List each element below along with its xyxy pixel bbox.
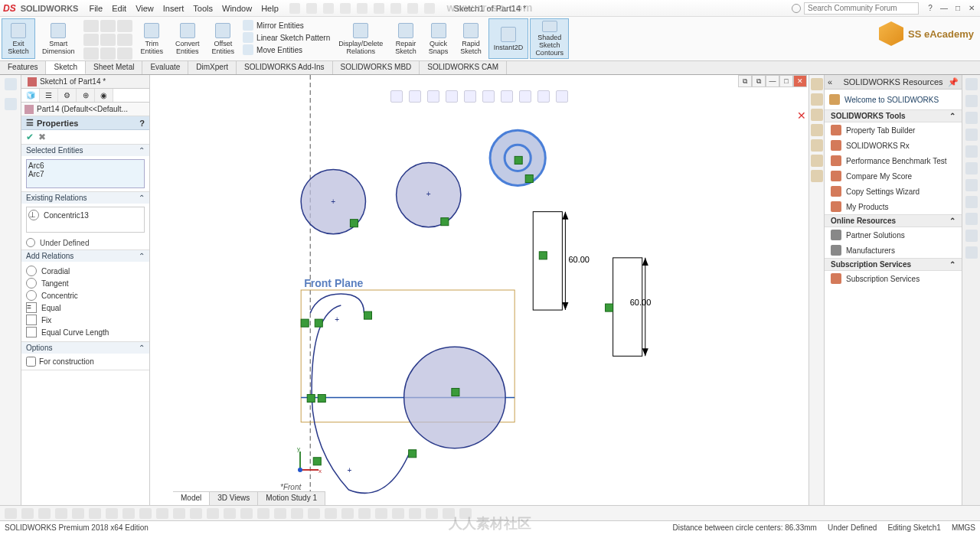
file-explorer-icon[interactable] bbox=[811, 109, 823, 121]
repair-sketch-button[interactable]: Repair Sketch bbox=[390, 18, 422, 59]
tab-sketch[interactable]: Sketch bbox=[46, 61, 86, 74]
trim-entities-button[interactable]: Trim Entities bbox=[136, 18, 169, 59]
tab-mbd[interactable]: SOLIDWORKS MBD bbox=[333, 61, 420, 74]
rapid-sketch-button[interactable]: Rapid Sketch bbox=[455, 18, 487, 59]
menu-file[interactable]: File bbox=[89, 4, 103, 13]
box-icon[interactable] bbox=[55, 508, 67, 519]
welcome-link[interactable]: Welcome to SOLIDWORKS bbox=[825, 90, 962, 109]
b11-icon[interactable] bbox=[240, 508, 253, 519]
b22-icon[interactable] bbox=[426, 508, 438, 519]
mirror-entities-button[interactable]: Mirror Entities bbox=[243, 20, 330, 31]
b10-icon[interactable] bbox=[224, 508, 236, 519]
relation-coradial[interactable]: Coradial bbox=[26, 265, 145, 277]
tool-benchmark[interactable]: Performance Benchmark Test bbox=[825, 153, 962, 168]
graphics-area[interactable]: ⧉ ⧉ — □ ✕ ✕ Front Plane bbox=[150, 75, 808, 505]
help-icon[interactable]: ? bbox=[925, 3, 936, 14]
ok-button[interactable]: ✔ bbox=[26, 132, 34, 142]
side-icon[interactable] bbox=[965, 196, 978, 208]
rectangle-icon[interactable] bbox=[83, 34, 99, 46]
online-manufacturers[interactable]: Manufacturers bbox=[825, 243, 962, 258]
side-icon[interactable] bbox=[965, 145, 978, 158]
options-header[interactable]: Options⌃ bbox=[21, 342, 149, 354]
tool-my-products[interactable]: My Products bbox=[825, 199, 962, 214]
side-icon[interactable] bbox=[965, 179, 978, 191]
status-units[interactable]: MMGS bbox=[952, 523, 975, 532]
relation-concentric[interactable]: Concentric bbox=[26, 289, 145, 302]
b23-icon[interactable] bbox=[443, 508, 455, 519]
b24-icon[interactable] bbox=[459, 508, 472, 519]
print-icon[interactable] bbox=[357, 3, 368, 14]
cancel-button[interactable]: ✖ bbox=[38, 132, 46, 142]
appearances-icon[interactable] bbox=[811, 139, 823, 152]
selected-entities-list[interactable]: Arc6 Arc7 bbox=[26, 159, 145, 188]
point-icon[interactable] bbox=[117, 47, 132, 60]
side-icon[interactable] bbox=[965, 230, 978, 242]
side-icon[interactable] bbox=[965, 246, 978, 259]
b12-icon[interactable] bbox=[257, 508, 270, 519]
b15-icon[interactable] bbox=[308, 508, 320, 519]
subscription-services[interactable]: Subscription Services bbox=[825, 271, 962, 286]
custom-props-icon[interactable] bbox=[811, 155, 823, 167]
open-icon[interactable] bbox=[323, 3, 334, 14]
instant2d-button[interactable]: Instant2D bbox=[488, 18, 529, 59]
menu-tools[interactable]: Tools bbox=[193, 4, 213, 13]
circle-icon[interactable] bbox=[100, 20, 116, 32]
menu-insert[interactable]: Insert bbox=[163, 4, 185, 13]
home-icon[interactable] bbox=[289, 3, 300, 14]
list-item[interactable]: Arc7 bbox=[28, 170, 142, 178]
menu-help[interactable]: Help bbox=[261, 4, 279, 13]
b19-icon[interactable] bbox=[375, 508, 387, 519]
online-partners[interactable]: Partner Solutions bbox=[825, 227, 962, 243]
select-icon[interactable] bbox=[390, 3, 401, 14]
lasso-icon[interactable] bbox=[38, 508, 51, 519]
menu-edit[interactable]: Edit bbox=[112, 4, 126, 13]
existing-relations-list[interactable]: ⊥Concentric13 bbox=[26, 207, 145, 233]
checkbox-input[interactable] bbox=[26, 357, 36, 367]
side-icon[interactable] bbox=[965, 95, 978, 107]
line-icon[interactable] bbox=[83, 20, 99, 32]
rebuild-icon[interactable] bbox=[407, 3, 418, 14]
tab-dimxpert[interactable]: DimXpert bbox=[188, 61, 237, 74]
maximize-icon[interactable]: □ bbox=[952, 3, 963, 14]
breadcrumb[interactable]: Part14 (Default<<Default... bbox=[21, 103, 149, 116]
smart-dimension-button[interactable]: Smart Dimension bbox=[37, 18, 80, 59]
b8-icon[interactable] bbox=[190, 508, 202, 519]
undo-icon[interactable] bbox=[374, 3, 384, 14]
config-tab[interactable]: ⚙ bbox=[58, 89, 77, 102]
design-lib-icon[interactable] bbox=[811, 93, 823, 106]
list-item[interactable]: Arc6 bbox=[28, 161, 142, 170]
selected-entities-header[interactable]: Selected Entities⌃ bbox=[21, 145, 149, 156]
relation-tangent[interactable]: Tangent bbox=[26, 277, 145, 289]
tab-evaluate[interactable]: Evaluate bbox=[142, 61, 188, 74]
side-icon[interactable] bbox=[965, 129, 978, 141]
polygon-icon[interactable] bbox=[117, 34, 132, 46]
shaded-contours-button[interactable]: Shaded Sketch Contours bbox=[530, 18, 569, 59]
tab-sheetmetal[interactable]: Sheet Metal bbox=[86, 61, 142, 74]
collapse-icon[interactable]: « bbox=[828, 77, 832, 86]
side-icon[interactable] bbox=[965, 112, 978, 124]
b3-icon[interactable] bbox=[106, 508, 118, 519]
b14-icon[interactable] bbox=[291, 508, 303, 519]
pin-icon[interactable]: 📌 bbox=[948, 77, 959, 87]
slot-icon[interactable] bbox=[100, 34, 116, 46]
feature-tree-tab[interactable]: 🧊 bbox=[21, 89, 40, 102]
minimize-icon[interactable]: — bbox=[939, 3, 949, 14]
tool-copy-settings[interactable]: Copy Settings Wizard bbox=[825, 184, 962, 199]
tab-3dviews[interactable]: 3D Views bbox=[210, 492, 258, 505]
gutter-icon[interactable] bbox=[5, 98, 17, 110]
menu-view[interactable]: View bbox=[136, 4, 154, 13]
b9-icon[interactable] bbox=[207, 508, 219, 519]
side-icon[interactable] bbox=[965, 78, 978, 90]
new-icon[interactable] bbox=[306, 3, 317, 14]
exit-sketch-button[interactable]: Exit Sketch bbox=[2, 18, 35, 59]
menu-window[interactable]: Window bbox=[222, 4, 252, 13]
ellipse-icon[interactable] bbox=[100, 47, 116, 60]
b13-icon[interactable] bbox=[274, 508, 286, 519]
relation-equal-curve[interactable]: Equal Curve Length bbox=[26, 326, 145, 338]
subscription-section-header[interactable]: Subscription Services⌃ bbox=[825, 258, 962, 271]
move-entities-button[interactable]: Move Entities bbox=[243, 44, 330, 55]
forum-icon[interactable] bbox=[811, 170, 823, 182]
list-item[interactable]: ⊥Concentric13 bbox=[28, 209, 142, 221]
existing-relations-header[interactable]: Existing Relations⌃ bbox=[21, 192, 149, 204]
b5-icon[interactable] bbox=[139, 508, 152, 519]
